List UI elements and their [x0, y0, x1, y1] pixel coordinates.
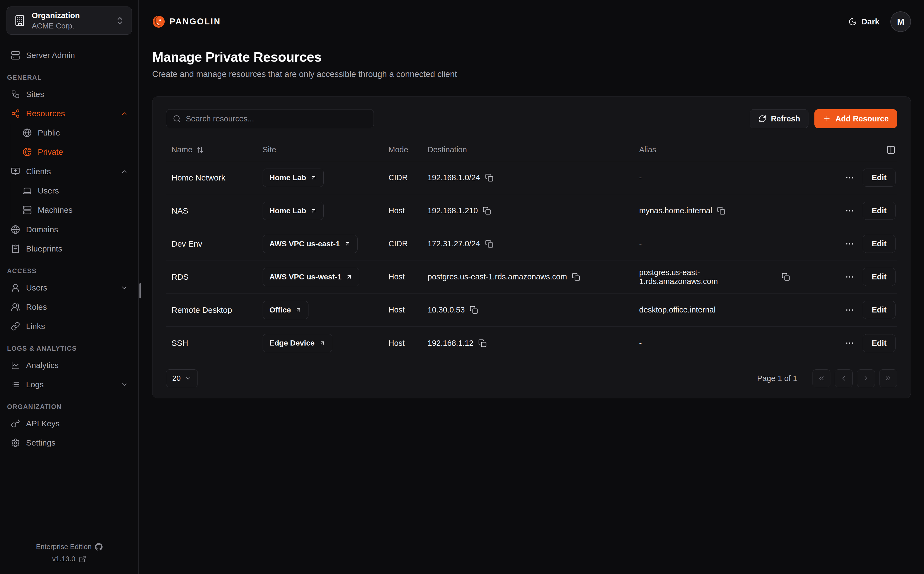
pagination: 20 Page 1 of 1: [166, 369, 897, 387]
edit-button[interactable]: Edit: [863, 169, 896, 187]
edit-button[interactable]: Edit: [863, 202, 896, 220]
share-2-icon: [11, 109, 20, 118]
arrow-up-down-icon: [196, 146, 204, 154]
theme-toggle[interactable]: Dark: [848, 17, 880, 26]
avatar[interactable]: M: [890, 11, 911, 32]
first-page-button[interactable]: [813, 369, 831, 387]
plus-icon: [823, 115, 831, 123]
row-menu-button[interactable]: [845, 272, 854, 282]
site-link-button[interactable]: AWS VPC us-east-1: [263, 235, 358, 253]
organization-selector[interactable]: Organization ACME Corp.: [6, 6, 132, 35]
resource-name: Dev Env: [171, 239, 263, 249]
refresh-icon: [758, 115, 766, 123]
resource-destination: 10.30.0.53: [427, 306, 465, 314]
edit-button[interactable]: Edit: [863, 301, 896, 319]
ellipsis-icon: [845, 206, 854, 216]
sidebar-resize-handle[interactable]: [139, 283, 141, 298]
resource-destination: 192.168.1.0/24: [427, 173, 480, 182]
sidebar-item-server-admin[interactable]: Server Admin: [6, 47, 132, 64]
page-size-select[interactable]: 20: [166, 369, 198, 387]
sidebar-item-users[interactable]: Users: [6, 279, 132, 296]
sidebar-item-label: Machines: [38, 205, 73, 214]
sidebar-item-logs[interactable]: Logs: [6, 376, 132, 393]
sidebar-item-resources[interactable]: Resources: [6, 105, 132, 122]
row-menu-button[interactable]: [845, 206, 854, 216]
card-toolbar: Refresh Add Resource: [166, 109, 897, 128]
search-box: [166, 109, 374, 128]
last-page-button[interactable]: [879, 369, 897, 387]
copy-alias-button[interactable]: [782, 273, 790, 281]
sidebar-item-settings[interactable]: Settings: [6, 434, 132, 451]
edit-button[interactable]: Edit: [863, 334, 896, 352]
next-page-button[interactable]: [857, 369, 875, 387]
server-icon: [22, 205, 32, 214]
site-link-button[interactable]: AWS VPC us-west-1: [263, 268, 359, 286]
copy-destination-button[interactable]: [572, 273, 580, 281]
sidebar-item-private[interactable]: Private: [22, 144, 132, 161]
sidebar-item-api-keys[interactable]: API Keys: [6, 415, 132, 432]
copy-destination-button[interactable]: [485, 240, 494, 248]
copy-icon: [782, 273, 790, 281]
external-link-icon: [79, 555, 86, 563]
sidebar-item-public[interactable]: Public: [22, 124, 132, 142]
version-link[interactable]: v1.13.0: [0, 555, 138, 563]
chevron-right-icon: [862, 375, 870, 382]
site-link-button[interactable]: Edge Device: [263, 334, 332, 352]
columns-toggle-button[interactable]: [886, 145, 896, 155]
add-resource-button[interactable]: Add Resource: [815, 109, 897, 128]
resource-alias: postgres.us-east-1.rds.amazonaws.com: [639, 268, 777, 286]
sidebar-subitems: PublicPrivate: [11, 124, 132, 161]
site-link-button[interactable]: Office: [263, 301, 309, 319]
sidebar-item-roles[interactable]: Roles: [6, 298, 132, 316]
row-menu-button[interactable]: [845, 173, 854, 183]
chevron-down-icon: [120, 381, 128, 388]
edition-link[interactable]: Enterprise Edition: [0, 542, 138, 551]
sidebar-item-blueprints[interactable]: Blueprints: [6, 240, 132, 257]
sidebar-item-domains[interactable]: Domains: [6, 221, 132, 238]
organization-label: Organization: [32, 11, 109, 20]
sidebar-item-users[interactable]: Users: [22, 182, 132, 199]
sidebar-footer: Enterprise Edition v1.13.0: [0, 539, 138, 563]
copy-destination-button[interactable]: [478, 339, 487, 347]
resources-card: Refresh Add Resource Name Site Mode Dest…: [152, 96, 911, 398]
sidebar-item-label: Sites: [26, 90, 44, 99]
copy-destination-button[interactable]: [470, 306, 478, 314]
row-menu-button[interactable]: [845, 239, 854, 249]
sidebar-item-clients[interactable]: Clients: [6, 163, 132, 180]
chevrons-left-icon: [818, 375, 825, 382]
row-menu-button[interactable]: [845, 338, 854, 348]
sort-icon[interactable]: [196, 146, 204, 154]
chevrons-up-down-icon: [115, 16, 125, 25]
copy-alias-button[interactable]: [717, 207, 725, 215]
receipt-icon: [11, 244, 20, 253]
users-icon: [11, 303, 20, 312]
column-header-name[interactable]: Name: [171, 145, 263, 154]
edit-button[interactable]: Edit: [863, 235, 896, 253]
sidebar-item-analytics[interactable]: Analytics: [6, 356, 132, 374]
ellipsis-icon: [845, 305, 854, 315]
topbar: PANGOLIN Dark M: [152, 11, 911, 32]
sidebar-item-links[interactable]: Links: [6, 318, 132, 335]
refresh-button[interactable]: Refresh: [750, 109, 808, 128]
search-input[interactable]: [186, 114, 367, 123]
copy-destination-button[interactable]: [485, 173, 494, 182]
moon-icon: [848, 17, 857, 26]
user-icon: [11, 283, 20, 292]
resource-mode: CIDR: [388, 173, 427, 182]
sidebar-item-sites[interactable]: Sites: [6, 86, 132, 103]
copy-destination-button[interactable]: [483, 207, 491, 215]
prev-page-button[interactable]: [835, 369, 853, 387]
ellipsis-icon: [845, 239, 854, 249]
columns-icon: [886, 145, 896, 155]
sidebar-item-machines[interactable]: Machines: [22, 201, 132, 219]
site-link-button[interactable]: Home Lab: [263, 169, 324, 187]
site-link-button[interactable]: Home Lab: [263, 202, 324, 220]
column-header-alias: Alias: [639, 145, 796, 154]
row-menu-button[interactable]: [845, 305, 854, 315]
copy-icon: [485, 173, 494, 182]
building-icon: [14, 15, 26, 27]
edit-button[interactable]: Edit: [863, 268, 896, 286]
brand[interactable]: PANGOLIN: [152, 15, 221, 28]
resource-destination: 172.31.27.0/24: [427, 239, 480, 248]
github-icon: [95, 543, 103, 551]
